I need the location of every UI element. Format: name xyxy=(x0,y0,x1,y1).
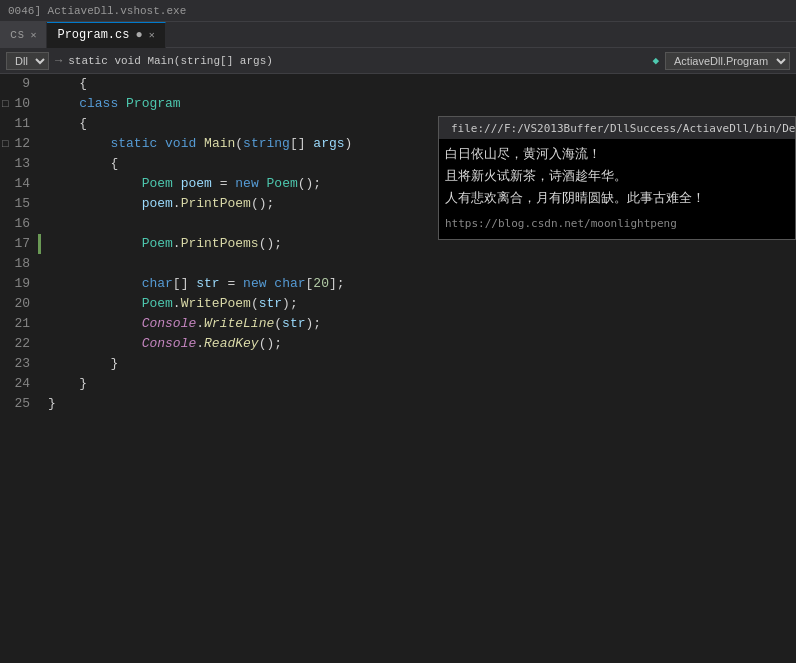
console-line-3: 人有悲欢离合，月有阴晴圆缺。此事古难全！ xyxy=(445,187,789,209)
line-10: □10 xyxy=(0,94,38,114)
tab-cs-label: cs xyxy=(10,28,24,42)
nav-arrow: → xyxy=(55,54,62,68)
code-line-23: } xyxy=(42,354,796,374)
namespace-dropdown[interactable]: Dll xyxy=(6,52,49,70)
line-16: 16 xyxy=(0,214,38,234)
line-18: 18 xyxy=(0,254,38,274)
console-line-1: 白日依山尽，黄河入海流！ xyxy=(445,143,789,165)
console-url: https://blog.csdn.net/moonlightpeng xyxy=(445,213,789,235)
tab-cs[interactable]: cs ✕ xyxy=(0,22,47,48)
class-dropdown[interactable]: ActiaveDll.Program xyxy=(665,52,790,70)
nav-class-indicator: ◆ xyxy=(652,54,659,67)
console-title: file:///F:/VS2013Buffer/DllSuccess/Actia… xyxy=(451,122,796,135)
nav-bar: Dll → static void Main(string[] args) ◆ … xyxy=(0,48,796,74)
editor-container: 9 □10 11 □12 13 14 15 16 17 18 19 20 21 … xyxy=(0,74,796,663)
line-21: 21 xyxy=(0,314,38,334)
code-line-24: } xyxy=(42,374,796,394)
code-line-19: char[] str = new char[20]; xyxy=(42,274,796,294)
console-title-bar: file:///F:/VS2013Buffer/DllSuccess/Actia… xyxy=(439,117,795,139)
tab-program-label: Program.cs xyxy=(57,28,129,42)
line-19: 19 xyxy=(0,274,38,294)
tab-program[interactable]: Program.cs ● ✕ xyxy=(47,22,165,48)
line-25: 25 xyxy=(0,394,38,414)
title-bar: 0046] ActiaveDll.vshost.exe xyxy=(0,0,796,22)
code-line-20: Poem.WritePoem(str); xyxy=(42,294,796,314)
line-17: 17 xyxy=(0,234,38,254)
console-content: 白日依山尽，黄河入海流！ 且将新火试新茶，诗酒趁年华。 人有悲欢离合，月有阴晴圆… xyxy=(439,139,795,239)
code-line-10: class Program xyxy=(42,94,796,114)
line-14: 14 xyxy=(0,174,38,194)
code-line-25: } xyxy=(42,394,796,414)
line-13: 13 xyxy=(0,154,38,174)
code-line-21: Console.WriteLine(str); xyxy=(42,314,796,334)
tab-bar: cs ✕ Program.cs ● ✕ xyxy=(0,22,796,48)
console-line-2: 且将新火试新茶，诗酒趁年华。 xyxy=(445,165,789,187)
tab-cs-close[interactable]: ✕ xyxy=(30,29,36,41)
line-23: 23 xyxy=(0,354,38,374)
tab-program-close[interactable]: ✕ xyxy=(149,29,155,41)
code-line-9: { xyxy=(42,74,796,94)
code-line-18 xyxy=(42,254,796,274)
tab-modified-icon: ● xyxy=(135,28,142,42)
line-11: 11 xyxy=(0,114,38,134)
title-text: 0046] ActiaveDll.vshost.exe xyxy=(8,5,186,17)
line-15: 15 xyxy=(0,194,38,214)
line-24: 24 xyxy=(0,374,38,394)
line-20: 20 xyxy=(0,294,38,314)
code-line-22: Console.ReadKey(); xyxy=(42,334,796,354)
line-9: 9 xyxy=(0,74,38,94)
console-popup: file:///F:/VS2013Buffer/DllSuccess/Actia… xyxy=(438,116,796,240)
line-22: 22 xyxy=(0,334,38,354)
nav-breadcrumb: static void Main(string[] args) xyxy=(68,55,273,67)
line-gutter: 9 □10 11 □12 13 14 15 16 17 18 19 20 21 … xyxy=(0,74,38,663)
line-12: □12 xyxy=(0,134,38,154)
